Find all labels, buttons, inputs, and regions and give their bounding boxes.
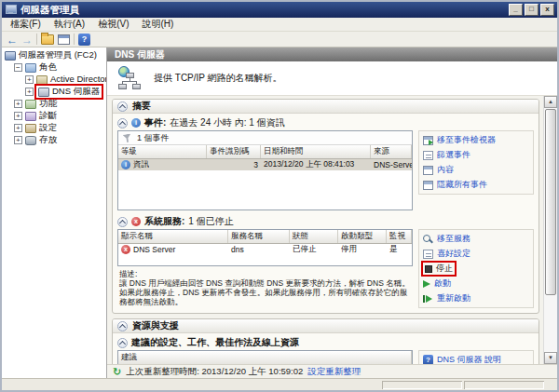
resources-title: 資源與支援 — [132, 319, 179, 332]
link-filter-events[interactable]: 篩選事件 — [423, 149, 529, 161]
events-table: 1 個事件 等級 事件識別碼 日期和時間 來源 — [117, 130, 413, 210]
menu-action[interactable]: 執行(A) — [48, 18, 91, 31]
vertical-scrollbar[interactable]: ▲ ▼ — [543, 96, 557, 364]
forward-icon[interactable] — [21, 31, 33, 47]
event-datetime-cell: 2013/12/20 上午 08:41:03 — [261, 159, 371, 170]
tree-item-dns-server[interactable]: + DNS 伺服器 — [2, 86, 106, 98]
info-icon — [131, 118, 141, 128]
menu-help[interactable]: 說明(H) — [135, 18, 180, 31]
toolbar-separator — [74, 34, 75, 45]
link-dns-help[interactable]: DNS 伺服器 說明 — [423, 354, 529, 364]
configure-refresh-link[interactable]: 設定重新整理 — [307, 366, 361, 378]
event-source-cell: DNS-Server-Service — [371, 160, 412, 169]
events-links-box: 移至事件檢視器 篩選事件 內容 隱藏所有事件 — [418, 130, 534, 195]
link-hide-all-events[interactable]: 隱藏所有事件 — [423, 179, 529, 191]
stop-icon — [425, 265, 432, 273]
scroll-down-icon[interactable]: ▼ — [544, 352, 557, 364]
expand-toggle-icon[interactable]: + — [25, 88, 34, 96]
event-row[interactable]: 資訊 3 2013/12/20 上午 08:41:03 DNS-Server-S… — [118, 159, 412, 170]
active-directory-icon — [36, 75, 48, 85]
scrollbar-thumb[interactable] — [545, 109, 556, 295]
link-restart-service[interactable]: 重新啟動 — [423, 292, 529, 304]
collapse-chevron-icon[interactable] — [117, 118, 128, 128]
link-stop-service[interactable]: 停止 — [423, 263, 455, 275]
column-header-display-name[interactable]: 顯示名稱 — [118, 230, 228, 243]
close-button[interactable] — [540, 4, 554, 16]
event-id-cell: 3 — [207, 160, 261, 169]
scroll-up-icon[interactable]: ▲ — [544, 96, 557, 108]
console-tree: 伺服器管理員 (FC2) − 角色 + Active Directory 網域服… — [2, 47, 107, 378]
column-header-status[interactable]: 狀態 — [290, 230, 338, 243]
collapse-chevron-icon[interactable] — [117, 321, 128, 331]
go-to-services-icon — [423, 235, 433, 244]
scrollbar-track[interactable] — [544, 296, 557, 352]
tree-item-label: Active Directory 網域服務 — [50, 74, 107, 86]
column-header-monitor[interactable]: 監視 — [387, 230, 412, 243]
column-header-startup-type[interactable]: 啟動類型 — [338, 230, 387, 243]
summary-panel-header: 摘要 — [113, 100, 539, 114]
column-header-recommendation[interactable]: 建議 — [118, 351, 412, 364]
column-header-service-name[interactable]: 服務名稱 — [228, 230, 290, 243]
toolbar — [2, 32, 557, 47]
collapse-chevron-icon[interactable] — [117, 338, 128, 348]
link-go-to-services[interactable]: 移至服務 — [423, 233, 529, 245]
expand-toggle-icon[interactable]: + — [25, 75, 34, 84]
server-manager-window: 伺服器管理員 檔案(F) 執行(A) 檢視(V) 說明(H) 伺服器管理員 (F… — [0, 0, 559, 392]
dns-role-icon — [116, 66, 143, 91]
column-header-source[interactable]: 來源 — [371, 145, 412, 158]
tree-item-roles[interactable]: − 角色 — [2, 61, 106, 74]
properties-icon — [423, 166, 433, 175]
menu-file[interactable]: 檔案(F) — [4, 18, 48, 31]
column-header-event-id[interactable]: 事件識別碼 — [207, 145, 261, 158]
tree-item-configuration[interactable]: + 設定 — [2, 122, 106, 134]
content-pane: DNS 伺服器 提供 TCP/IP 網路的名稱解析。 摘要 — [107, 47, 557, 378]
event-level-cell: 資訊 — [118, 159, 207, 170]
events-count: 1 個事件 — [137, 132, 170, 144]
menu-view[interactable]: 檢視(V) — [91, 18, 135, 31]
maximize-button[interactable] — [525, 4, 539, 16]
column-header-level[interactable]: 等級 — [118, 145, 207, 158]
tree-item-label: 設定 — [39, 122, 57, 134]
link-go-to-event-viewer[interactable]: 移至事件檢視器 — [423, 134, 529, 146]
events-filter-bar[interactable]: 1 個事件 — [118, 131, 412, 145]
error-icon — [121, 245, 130, 254]
error-icon — [131, 217, 141, 226]
service-display-name-cell: DNS Server — [118, 245, 228, 254]
summary-panel: 摘要 事件: 在過去 24 小時 內: 1 個資訊 — [112, 99, 539, 314]
resources-panel: 資源與支援 建議的設定、工作、最佳作法及線上資源 — [112, 318, 539, 364]
tree-item-features[interactable]: + 功能 — [2, 98, 106, 110]
minimize-button[interactable] — [509, 4, 523, 16]
service-row[interactable]: DNS Server dns 已停止 停用 是 — [118, 244, 412, 255]
tree-item-server-manager[interactable]: 伺服器管理員 (FC2) — [2, 49, 106, 61]
help-icon[interactable] — [78, 34, 90, 46]
preferences-icon — [423, 250, 433, 259]
recommendations-title: 建議的設定、工作、最佳作法及線上資源 — [131, 336, 299, 349]
collapse-chevron-icon[interactable] — [117, 101, 128, 112]
resources-links-box: DNS 伺服器 說明 DNS 伺服器 TechCenter DNS 伺服器 社群… — [418, 350, 534, 364]
tree-item-storage[interactable]: + 存放 — [2, 134, 106, 146]
expand-toggle-icon[interactable]: + — [14, 124, 22, 132]
service-description-label: 描述: — [119, 269, 137, 278]
expand-toggle-icon[interactable]: + — [14, 136, 22, 144]
service-name-cell: dns — [228, 245, 290, 254]
refresh-icon — [113, 367, 121, 377]
collapse-toggle-icon[interactable]: − — [14, 63, 22, 72]
show-action-pane-icon[interactable] — [58, 34, 70, 45]
tree-item-diagnostics[interactable]: + 診斷 — [2, 110, 106, 122]
dns-server-annotation-box: DNS 伺服器 — [36, 86, 102, 98]
tree-item-label: 存放 — [39, 134, 57, 146]
link-preferences[interactable]: 喜好設定 — [423, 248, 529, 260]
column-header-datetime[interactable]: 日期和時間 — [261, 145, 371, 158]
storage-icon — [25, 136, 36, 145]
link-properties[interactable]: 內容 — [423, 164, 529, 176]
collapse-chevron-icon[interactable] — [117, 217, 128, 227]
recommendations-table-header: 建議 — [118, 351, 412, 364]
expand-toggle-icon[interactable]: + — [14, 112, 22, 120]
show-console-tree-icon[interactable] — [41, 34, 54, 45]
expand-toggle-icon[interactable]: + — [14, 100, 22, 108]
tree-item-ad-ds[interactable]: + Active Directory 網域服務 — [2, 74, 106, 86]
service-description: 描述: 讓 DNS 用戶端經由回答 DNS 查詢和動態 DNS 更新要求的方法，… — [119, 269, 413, 306]
link-start-service[interactable]: 啟動 — [423, 277, 529, 290]
back-icon[interactable] — [7, 31, 18, 47]
tree-item-label: DNS 伺服器 — [52, 86, 100, 98]
